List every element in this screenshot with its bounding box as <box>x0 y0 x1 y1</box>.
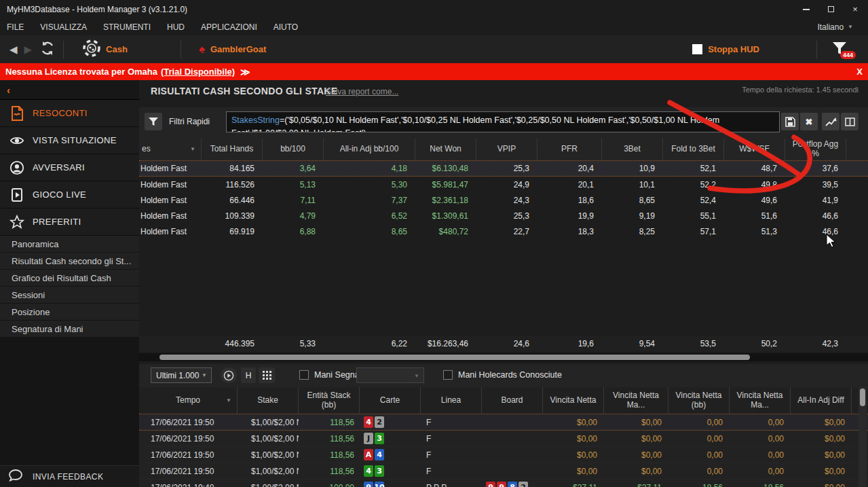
floppy-icon <box>785 117 795 127</box>
menu-aiuto[interactable]: AIUTO <box>273 22 298 32</box>
cell-3bet: 9,19 <box>602 211 663 221</box>
sidebar-item-gioco-live[interactable]: GIOCO LIVE <box>0 181 139 209</box>
sidebar-item-avversari[interactable]: AVVERSARI <box>0 154 139 181</box>
language-selector[interactable]: Italiano ▼ <box>817 18 853 35</box>
column-header-vincita-netta-ma[interactable]: Vincita Netta Ma... <box>604 387 668 414</box>
column-header-allin-adj-diff[interactable]: All-In Adj Diff <box>791 387 852 414</box>
stop-hud-button[interactable]: Stoppa HUD <box>692 35 759 63</box>
menu-strumenti[interactable]: STRUMENTI <box>103 22 151 32</box>
chart-view-button[interactable] <box>822 113 839 130</box>
minimize-button[interactable] <box>796 1 816 18</box>
table-row[interactable]: Holdem Fast 69.919 6,88 8,65 $480,72 22,… <box>139 223 868 239</box>
column-header-carte[interactable]: Carte <box>360 387 421 414</box>
sidebar-item-posizione[interactable]: Posizione <box>0 304 139 321</box>
table-row[interactable]: 17/06/2021 19:50 $1,00/$2,00 NL H 118,56… <box>139 414 868 431</box>
cell-hole-cards: A4 <box>360 449 421 461</box>
cell-stake: Holdem Fast <box>139 180 202 190</box>
menu-file[interactable]: FILE <box>7 22 24 32</box>
sidebar-item-resoconti[interactable]: RESOCONTI <box>0 100 139 127</box>
column-header-vincita-netta[interactable]: Vincita Netta <box>543 387 604 414</box>
table-row[interactable]: Holdem Fast 66.446 7,11 7,37 $2.361,18 2… <box>139 192 868 208</box>
stakes-filter-input[interactable]: StakesString=('$0,05/$0,10 NL Holdem Fas… <box>226 111 780 132</box>
column-header-stake[interactable]: Stake <box>238 387 299 414</box>
player-tab[interactable]: GamblerGoat <box>210 44 266 54</box>
column-header-fold-to-3bet[interactable]: Fold to 3Bet <box>663 139 724 160</box>
grid-view-button[interactable] <box>259 367 275 383</box>
trial-link[interactable]: (Trial Disponibile) <box>161 67 235 77</box>
menu-hud[interactable]: HUD <box>167 22 185 32</box>
table-row[interactable]: 17/06/2021 19:50 $1,00/$2,00 NL H 118,56… <box>139 431 868 447</box>
save-report-link[interactable]: Salva report come... <box>326 87 398 96</box>
column-header-bb100[interactable]: bb/100 <box>263 139 324 160</box>
column-header-3bet[interactable]: 3Bet <box>602 139 663 160</box>
column-header-linea[interactable]: Linea <box>421 387 482 414</box>
hud-button[interactable]: H <box>241 367 256 383</box>
column-header-stakes[interactable]: es ▼ <box>139 139 202 160</box>
cell-3bet: 8,65 <box>602 196 663 205</box>
column-header-allin-adj[interactable]: All-in Adj bb/100 <box>324 139 415 160</box>
vertical-scrollbar[interactable] <box>858 387 867 487</box>
cell-net-ma: $27,11 <box>604 483 668 487</box>
column-header-tempo[interactable]: Tempo ▼ <box>139 387 238 414</box>
column-header-wwsf[interactable]: W$WSF <box>724 139 785 160</box>
cell-net-ma-bb: 0,00 <box>730 467 791 476</box>
banner-chevron-icon[interactable]: ≫ <box>240 67 250 77</box>
cell-allin: 7,37 <box>324 196 415 205</box>
filters-button[interactable]: 444 <box>831 40 852 59</box>
column-header-board[interactable]: Board <box>482 387 543 414</box>
table-row[interactable]: 17/06/2021 19:40 $1,00/$2,00 NL H 100,00… <box>139 480 868 487</box>
quick-filter-button[interactable] <box>145 113 162 130</box>
clear-filter-button[interactable]: ✖ <box>800 113 818 130</box>
column-header-pfr[interactable]: PFR <box>537 139 602 160</box>
sidebar-item-sessioni[interactable]: Sessioni <box>0 287 139 304</box>
cell-fold3bet: 52,1 <box>663 164 724 173</box>
known-holecards-control[interactable]: Mani Holecards Conosciute <box>443 370 562 380</box>
table-row[interactable]: Holdem Fast 109.339 4,79 6,52 $1.309,61 … <box>139 208 868 223</box>
column-header-vpip[interactable]: VPIP <box>476 139 537 160</box>
back-button[interactable]: ◀ <box>10 43 18 56</box>
horizontal-scrollbar[interactable] <box>139 353 868 361</box>
dropdown-icon[interactable]: ▼ <box>190 146 195 152</box>
refresh-icon[interactable] <box>40 41 55 58</box>
column-header-postflop-agg[interactable]: Postflop Agg % <box>785 139 846 160</box>
save-filter-button[interactable] <box>781 113 799 130</box>
table-row[interactable]: 17/06/2021 19:50 $1,00/$2,00 NL H 118,56… <box>139 447 868 463</box>
columns-button[interactable] <box>841 113 858 130</box>
column-header-total-hands[interactable]: Total Hands <box>202 139 263 160</box>
sidebar-item-risultati-cash[interactable]: Risultati Cash secondo gli St... <box>0 253 139 270</box>
cell-agg: 46,6 <box>785 227 846 236</box>
checkbox-icon[interactable] <box>299 370 309 380</box>
sidebar-item-preferiti[interactable]: PREFERITI <box>0 209 139 236</box>
table-row[interactable]: 17/06/2021 19:50 $1,00/$2,00 NL H 118,56… <box>139 463 868 480</box>
marked-hands-select[interactable]: ▼ <box>356 367 424 383</box>
table-row[interactable]: Holdem Fast 84.165 3,64 4,18 $6.130,48 2… <box>139 161 868 177</box>
replay-button[interactable] <box>221 367 237 383</box>
table-row[interactable]: Holdem Fast 116.526 5,13 5,30 $5.981,47 … <box>139 177 868 192</box>
sidebar-item-grafico[interactable]: Grafico dei Risultati Cash <box>0 270 139 287</box>
sidebar-collapse-button[interactable]: ‹ <box>0 80 139 100</box>
cell-wwsf: 48,7 <box>724 164 785 173</box>
checkbox-icon[interactable] <box>443 370 453 380</box>
column-header-vincita-netta-bb[interactable]: Vincita Netta (bb) <box>668 387 730 414</box>
sidebar-item-vista-situazione[interactable]: VISTA SITUAZIONE <box>0 127 139 154</box>
sidebar-item-panoramica[interactable]: Panoramica <box>0 236 139 253</box>
column-header-stack[interactable]: Entità Stack (bb) <box>299 387 360 414</box>
menu-applicazioni[interactable]: APPLICAZIONI <box>201 22 257 32</box>
scrollbar-thumb[interactable] <box>159 355 750 360</box>
banner-close-button[interactable]: X <box>856 67 863 77</box>
maximize-button[interactable] <box>820 1 841 18</box>
forward-button[interactable]: ▶ <box>24 43 33 56</box>
title-bar: MyHM3Database - Holdem Manager 3 (v3.1.2… <box>0 0 868 18</box>
stop-hud-label: Stoppa HUD <box>708 44 759 54</box>
menu-visualizza[interactable]: VISUALIZZA <box>40 22 87 32</box>
hands-range-select[interactable]: Ultimi 1.000 ▼ <box>151 367 212 383</box>
cash-tab[interactable]: Cash <box>106 44 128 54</box>
sort-icon[interactable]: ▼ <box>226 397 231 403</box>
close-button[interactable]: × <box>845 1 865 18</box>
sidebar-item-segnatura[interactable]: Segnatura di Mani <box>0 321 139 338</box>
scrollbar-thumb[interactable] <box>860 389 865 406</box>
column-header-vincita-netta-ma2[interactable]: Vincita Netta Ma... <box>730 387 791 414</box>
column-header-net-won[interactable]: Net Won <box>415 139 476 160</box>
cell-stake: $1,00/$2,00 NL H <box>238 467 299 476</box>
send-feedback-button[interactable]: INVIA FEEDBACK <box>0 465 139 487</box>
